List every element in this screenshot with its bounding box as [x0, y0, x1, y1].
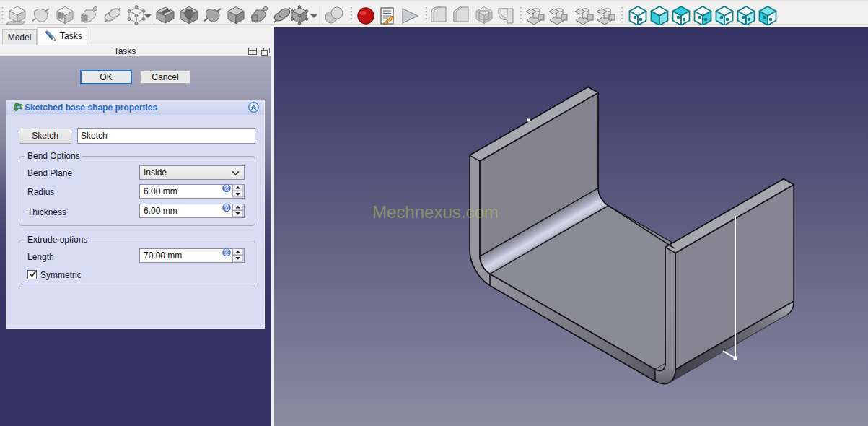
svg-text:f(x): f(x): [223, 204, 231, 211]
svg-text:f(x): f(x): [223, 185, 231, 191]
svg-text:f(x): f(x): [223, 249, 231, 256]
